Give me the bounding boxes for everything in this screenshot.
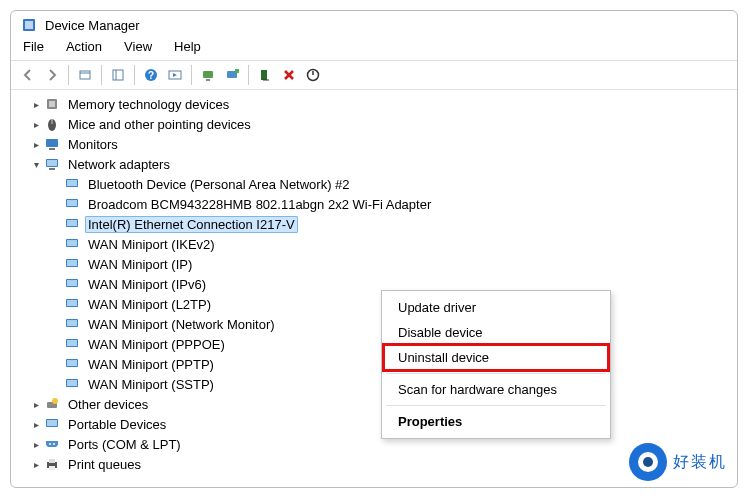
chevron-right-icon[interactable]: ▸	[29, 437, 43, 451]
watermark-logo-icon	[629, 443, 667, 481]
chevron-right-icon[interactable]: ▸	[29, 137, 43, 151]
tree-item-adapter[interactable]: WAN Miniport (PPPOE)	[11, 334, 737, 354]
svg-rect-1	[25, 21, 33, 29]
toolbar-separator	[248, 65, 249, 85]
window-title: Device Manager	[45, 18, 140, 33]
update-driver-button[interactable]	[254, 64, 276, 86]
svg-text:?: ?	[148, 70, 154, 81]
back-button[interactable]	[17, 64, 39, 86]
tree-item-adapter[interactable]: WAN Miniport (IP)	[11, 254, 737, 274]
chevron-right-icon[interactable]: ▸	[29, 397, 43, 411]
portable-device-icon	[43, 416, 61, 432]
disable-device-button[interactable]	[302, 64, 324, 86]
svg-rect-49	[47, 420, 57, 426]
device-tree[interactable]: ▸ Memory technology devices ▸ Mice and o…	[11, 90, 737, 482]
svg-rect-29	[67, 220, 77, 226]
network-adapter-icon	[63, 236, 81, 252]
svg-rect-16	[49, 101, 55, 107]
menu-help[interactable]: Help	[174, 39, 201, 54]
network-adapter-icon	[63, 356, 81, 372]
tree-item-portable-devices[interactable]: ▸ Portable Devices	[11, 414, 737, 434]
network-adapter-icon	[63, 276, 81, 292]
network-adapter-icon	[63, 216, 81, 232]
svg-point-50	[49, 443, 51, 445]
chevron-right-icon[interactable]: ▸	[29, 97, 43, 111]
network-adapter-icon	[63, 336, 81, 352]
action-list-button[interactable]	[164, 64, 186, 86]
titlebar: Device Manager	[11, 11, 737, 35]
watermark-text: 好装机	[673, 452, 727, 473]
svg-rect-43	[67, 360, 77, 366]
chevron-right-icon[interactable]: ▸	[29, 117, 43, 131]
tree-item-mice[interactable]: ▸ Mice and other pointing devices	[11, 114, 737, 134]
scan-hardware-button[interactable]	[197, 64, 219, 86]
toolbar-separator	[101, 65, 102, 85]
network-icon	[43, 156, 61, 172]
network-adapter-icon	[63, 316, 81, 332]
svg-rect-12	[235, 69, 239, 73]
uninstall-device-button[interactable]	[278, 64, 300, 86]
menu-file[interactable]: File	[23, 39, 44, 54]
device-manager-window: Device Manager File Action View Help ? ▸…	[10, 10, 738, 488]
network-adapter-icon	[63, 376, 81, 392]
tree-item-other-devices[interactable]: ▸ Other devices	[11, 394, 737, 414]
svg-rect-20	[49, 148, 55, 150]
svg-rect-13	[261, 70, 267, 80]
svg-rect-23	[49, 168, 55, 170]
watermark: 好装机	[629, 443, 727, 481]
properties-button[interactable]	[107, 64, 129, 86]
tree-item-monitors[interactable]: ▸ Monitors	[11, 134, 737, 154]
svg-rect-39	[67, 320, 77, 326]
chevron-right-icon[interactable]: ▸	[29, 417, 43, 431]
toolbar-separator	[134, 65, 135, 85]
tree-item-adapter[interactable]: Bluetooth Device (Personal Area Network)…	[11, 174, 737, 194]
svg-rect-31	[67, 240, 77, 246]
add-legacy-button[interactable]	[221, 64, 243, 86]
tree-item-adapter[interactable]: WAN Miniport (L2TP)	[11, 294, 737, 314]
chevron-right-icon[interactable]: ▸	[29, 457, 43, 471]
ports-icon	[43, 436, 61, 452]
menubar: File Action View Help	[11, 35, 737, 60]
toolbar-separator	[68, 65, 69, 85]
tree-item-adapter[interactable]: Broadcom BCM943228HMB 802.11abgn 2x2 Wi-…	[11, 194, 737, 214]
tree-item-adapter-selected[interactable]: Intel(R) Ethernet Connection I217-V	[11, 214, 737, 234]
tree-item-adapter[interactable]: WAN Miniport (IKEv2)	[11, 234, 737, 254]
svg-rect-25	[67, 180, 77, 186]
context-properties[interactable]: Properties	[384, 409, 608, 434]
tree-item-memory-technology[interactable]: ▸ Memory technology devices	[11, 94, 737, 114]
menu-separator	[386, 373, 606, 374]
network-adapter-icon	[63, 196, 81, 212]
printer-icon	[43, 456, 61, 472]
network-adapter-icon	[63, 256, 81, 272]
monitor-icon	[43, 136, 61, 152]
mouse-icon	[43, 116, 61, 132]
tree-item-adapter[interactable]: WAN Miniport (IPv6)	[11, 274, 737, 294]
svg-rect-35	[67, 280, 77, 286]
tree-item-adapter[interactable]: WAN Miniport (Network Monitor)	[11, 314, 737, 334]
svg-rect-19	[46, 139, 58, 147]
chip-icon	[43, 96, 61, 112]
menu-view[interactable]: View	[124, 39, 152, 54]
svg-point-47	[52, 398, 58, 404]
svg-rect-53	[49, 459, 55, 463]
svg-rect-4	[113, 70, 123, 80]
help-button[interactable]: ?	[140, 64, 162, 86]
context-disable-device[interactable]: Disable device	[384, 320, 608, 345]
menu-action[interactable]: Action	[66, 39, 102, 54]
app-icon	[21, 17, 37, 33]
forward-button[interactable]	[41, 64, 63, 86]
network-adapter-icon	[63, 176, 81, 192]
tree-item-network-adapters[interactable]: ▾ Network adapters	[11, 154, 737, 174]
chevron-down-icon[interactable]: ▾	[29, 157, 43, 171]
context-scan-hardware[interactable]: Scan for hardware changes	[384, 377, 608, 402]
tree-item-adapter[interactable]: WAN Miniport (PPTP)	[11, 354, 737, 374]
context-menu: Update driver Disable device Uninstall d…	[381, 290, 611, 439]
tree-item-adapter[interactable]: WAN Miniport (SSTP)	[11, 374, 737, 394]
svg-rect-45	[67, 380, 77, 386]
context-update-driver[interactable]: Update driver	[384, 295, 608, 320]
show-hidden-button[interactable]	[74, 64, 96, 86]
svg-rect-33	[67, 260, 77, 266]
menu-separator	[386, 405, 606, 406]
context-uninstall-device[interactable]: Uninstall device	[384, 345, 608, 370]
toolbar: ?	[11, 60, 737, 90]
